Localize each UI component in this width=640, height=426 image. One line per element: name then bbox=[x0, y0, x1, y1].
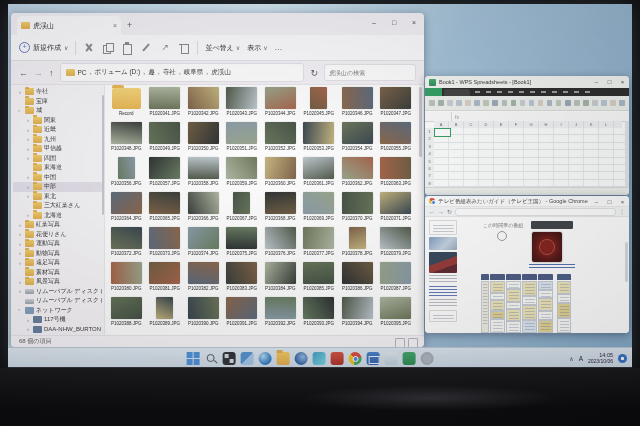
file-item[interactable]: P1020390.JPG bbox=[184, 297, 223, 332]
settings-icon[interactable] bbox=[421, 352, 434, 365]
ribbon-icon[interactable] bbox=[610, 100, 616, 106]
back-button[interactable]: ← bbox=[429, 209, 435, 215]
file-item[interactable]: P1020374.JPG bbox=[184, 227, 223, 262]
row-header[interactable]: 5 bbox=[425, 158, 434, 165]
file-item[interactable]: P1020386.JPG bbox=[338, 262, 377, 297]
column-header[interactable]: G bbox=[524, 121, 539, 128]
edge-icon[interactable] bbox=[259, 352, 272, 365]
file-item[interactable]: P1020345.JPG bbox=[300, 87, 339, 122]
rail-block[interactable] bbox=[429, 275, 457, 284]
file-item[interactable]: P1020389.JPG bbox=[146, 297, 185, 332]
sidebar-item-9[interactable]: ›中国 bbox=[13, 173, 102, 183]
tree-chevron-icon[interactable]: › bbox=[17, 250, 23, 256]
file-item[interactable]: P1020367.JPG bbox=[223, 192, 262, 227]
sidebar-item-14[interactable]: ›紅葉写真 bbox=[13, 220, 102, 230]
row-header[interactable]: 3 bbox=[425, 143, 434, 150]
sidebar-item-8[interactable]: 東海道 bbox=[13, 163, 102, 173]
ime-indicator[interactable]: A bbox=[579, 355, 583, 362]
new-item-button[interactable]: + 新規作成 ∨ bbox=[19, 42, 68, 53]
sidebar-item-21[interactable]: ›リムーバブル ディスク (G:) bbox=[13, 287, 102, 297]
ribbon-icon[interactable] bbox=[456, 100, 462, 106]
file-item[interactable]: P1020357.JPG bbox=[146, 157, 185, 192]
breadcrumb-segment[interactable]: ボリューム (D:) bbox=[95, 68, 141, 77]
file-item[interactable]: P1020384.JPG bbox=[261, 262, 300, 297]
file-item[interactable]: P1020347.JPG bbox=[377, 87, 416, 122]
tree-chevron-icon[interactable]: › bbox=[25, 193, 31, 199]
rename-icon[interactable] bbox=[140, 42, 152, 54]
file-item[interactable]: P1020380.JPG bbox=[107, 262, 146, 297]
file-folder-record[interactable]: Record bbox=[107, 87, 146, 122]
wps-active-document-tab[interactable] bbox=[444, 89, 470, 96]
rail-block[interactable] bbox=[429, 286, 457, 297]
ribbon-icon[interactable] bbox=[502, 100, 508, 106]
paste-icon[interactable] bbox=[121, 42, 133, 54]
copy-icon[interactable] bbox=[102, 42, 114, 54]
column-header[interactable]: J bbox=[569, 121, 584, 128]
schedule-cell[interactable] bbox=[522, 320, 537, 333]
file-item[interactable]: P1020353.JPG bbox=[300, 122, 339, 157]
file-item[interactable]: P1020379.JPG bbox=[377, 227, 416, 262]
file-item[interactable]: P1020378.JPG bbox=[338, 227, 377, 262]
reload-button[interactable]: ↻ bbox=[447, 208, 452, 215]
schedule-cell[interactable] bbox=[557, 318, 571, 333]
file-item[interactable]: P1020365.JPG bbox=[146, 192, 185, 227]
tree-chevron-icon[interactable]: › bbox=[25, 212, 31, 218]
ribbon-icon[interactable] bbox=[574, 100, 580, 106]
schedule-cell[interactable] bbox=[557, 294, 571, 303]
schedule-cell[interactable] bbox=[490, 293, 505, 300]
wps-spreadsheets-icon[interactable] bbox=[403, 352, 416, 365]
firefox-icon[interactable] bbox=[295, 352, 308, 365]
sidebar-item-1[interactable]: 宝庫 bbox=[13, 97, 102, 107]
tree-chevron-icon[interactable]: › bbox=[17, 288, 23, 294]
rail-block[interactable] bbox=[429, 237, 457, 250]
column-header[interactable]: H bbox=[539, 121, 554, 128]
schedule-cell[interactable] bbox=[522, 305, 537, 320]
tree-chevron-icon[interactable]: › bbox=[17, 108, 23, 114]
schedule-cell[interactable] bbox=[490, 319, 505, 333]
ribbon-icon[interactable] bbox=[474, 100, 480, 106]
file-item[interactable]: P1020361.JPG bbox=[300, 157, 339, 192]
file-item[interactable]: P1020373.JPG bbox=[146, 227, 185, 262]
column-header[interactable]: L bbox=[599, 121, 614, 128]
file-item[interactable]: P1020391.JPG bbox=[223, 297, 262, 332]
content-scrollbar[interactable] bbox=[419, 87, 422, 157]
tree-chevron-icon[interactable]: › bbox=[25, 326, 31, 332]
ribbon-icon[interactable] bbox=[520, 100, 526, 106]
clock[interactable]: 14:05 2023/10/06 bbox=[588, 352, 613, 364]
ribbon-icon[interactable] bbox=[619, 100, 625, 106]
file-item[interactable]: P1020372.JPG bbox=[107, 227, 146, 262]
spreadsheet-grid[interactable] bbox=[434, 128, 625, 188]
page-refresh-icon[interactable] bbox=[497, 231, 507, 241]
tab-close-icon[interactable]: × bbox=[113, 22, 117, 29]
menu-icon[interactable]: ⋮ bbox=[619, 208, 625, 215]
sidebar-scrollbar[interactable] bbox=[102, 95, 104, 215]
ribbon-icon[interactable] bbox=[447, 100, 453, 106]
file-item[interactable]: P1020360.JPG bbox=[261, 157, 300, 192]
chrome-scrollbar[interactable] bbox=[625, 242, 628, 282]
file-item[interactable]: P1020349.JPG bbox=[146, 122, 185, 157]
tree-chevron-icon[interactable]: › bbox=[17, 222, 23, 228]
tree-chevron-icon[interactable]: › bbox=[25, 146, 31, 152]
photos-icon[interactable] bbox=[313, 352, 326, 365]
column-header[interactable]: D bbox=[479, 121, 494, 128]
breadcrumb-segment[interactable]: 岐阜県 bbox=[184, 68, 204, 77]
file-item[interactable]: P1020381.JPG bbox=[146, 262, 185, 297]
wps-menu-button[interactable] bbox=[425, 88, 442, 96]
sidebar-item-19[interactable]: 素材写真 bbox=[13, 268, 102, 278]
tree-chevron-icon[interactable]: › bbox=[25, 136, 31, 142]
tree-chevron-icon[interactable]: › bbox=[17, 260, 23, 266]
file-item[interactable]: P1020393.JPG bbox=[300, 297, 339, 332]
schedule-cell[interactable] bbox=[506, 281, 521, 289]
sort-button[interactable]: 並べ替え ∨ bbox=[205, 43, 240, 53]
ribbon-icon[interactable] bbox=[547, 100, 553, 106]
cut-icon[interactable] bbox=[83, 42, 95, 54]
ribbon-icon[interactable] bbox=[492, 100, 498, 106]
column-header[interactable]: B bbox=[449, 121, 464, 128]
sidebar-item-20[interactable]: ›風景写真 bbox=[13, 277, 102, 287]
file-item[interactable]: P1020358.JPG bbox=[184, 157, 223, 192]
file-item[interactable]: P1020369.JPG bbox=[300, 192, 339, 227]
schedule-cell[interactable] bbox=[538, 290, 553, 298]
file-item[interactable]: P1020375.JPG bbox=[223, 227, 262, 262]
file-item[interactable]: P1020344.JPG bbox=[261, 87, 300, 122]
sidebar-item-6[interactable]: ›甲信越 bbox=[13, 144, 102, 154]
